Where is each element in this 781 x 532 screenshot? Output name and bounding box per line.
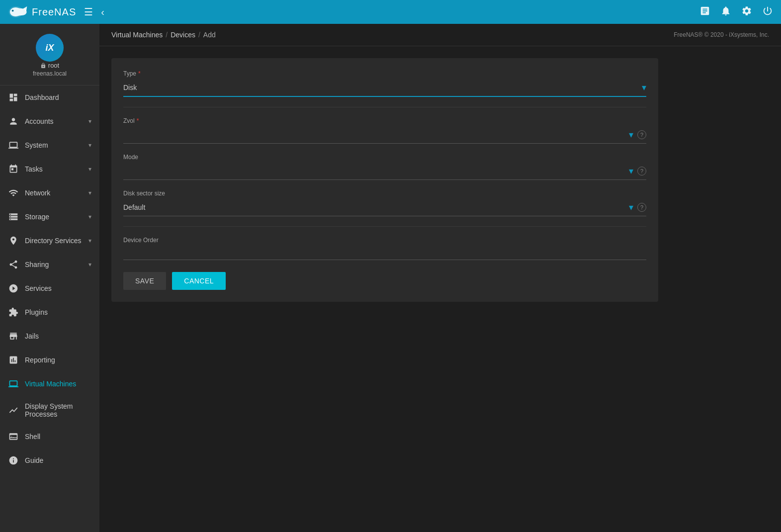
mode-chevron-icon: ▾ (629, 166, 633, 177)
sidebar-item-label: Tasks (25, 165, 43, 173)
services-icon (8, 283, 19, 294)
breadcrumb-virtual-machines[interactable]: Virtual Machines (111, 31, 163, 39)
system-icon (8, 140, 19, 151)
zvol-select[interactable]: ▾ ? (123, 126, 646, 144)
sidebar-item-label: Network (25, 189, 50, 197)
sidebar-item-services[interactable]: Services (0, 276, 99, 300)
back-icon[interactable]: ‹ (101, 6, 104, 18)
type-value: Disk (123, 84, 137, 91)
zvol-label: Zvol * (123, 117, 646, 124)
breadcrumb-devices[interactable]: Devices (171, 31, 195, 39)
sidebar-item-jails[interactable]: Jails (0, 324, 99, 348)
sidebar-item-directory-services[interactable]: Directory Services ▾ (0, 229, 99, 253)
menu-icon[interactable]: ☰ (84, 6, 93, 18)
virtual-machines-icon (8, 378, 19, 389)
network-icon (8, 187, 19, 198)
form-actions: SAVE CANCEL (123, 272, 646, 290)
divider-1 (123, 107, 646, 107)
sidebar-item-display-system-processes[interactable]: Display System Processes (0, 396, 99, 425)
notes-icon[interactable] (699, 5, 710, 19)
zvol-help-icon[interactable]: ? (637, 130, 646, 139)
breadcrumb-add: Add (203, 31, 216, 39)
sidebar-item-label: Guide (25, 456, 43, 464)
disk-sector-size-label: Disk sector size (123, 190, 646, 197)
zvol-chevron-icon: ▾ (629, 129, 633, 140)
sidebar-item-label: Virtual Machines (25, 380, 76, 388)
logo-area: FreeNAS (8, 4, 76, 20)
mode-select[interactable]: ▾ ? (123, 163, 646, 180)
lock-icon (40, 63, 46, 69)
chevron-right-icon: ▾ (88, 142, 91, 149)
sidebar-item-shell[interactable]: Shell (0, 425, 99, 448)
sidebar-item-label: Display System Processes (25, 402, 91, 418)
user-hostname: freenas.local (33, 70, 67, 77)
jails-icon (8, 331, 19, 342)
chevron-right-icon: ▾ (88, 118, 91, 125)
disk-sector-size-select[interactable]: Default ▾ ? (123, 199, 646, 216)
main-layout: iX root freenas.local Dashboard Accounts… (0, 24, 781, 532)
topbar: FreeNAS ☰ ‹ (0, 0, 781, 24)
user-avatar: iX (36, 34, 64, 62)
settings-icon[interactable] (741, 5, 752, 19)
sidebar-item-label: Storage (25, 213, 49, 221)
mode-select-actions: ▾ ? (629, 166, 646, 177)
mode-field-group: Mode ▾ ? (123, 154, 646, 180)
sidebar-item-label: Sharing (25, 261, 49, 268)
sidebar-item-dashboard[interactable]: Dashboard (0, 86, 99, 109)
sidebar-item-label: Directory Services (25, 237, 82, 245)
sidebar-item-storage[interactable]: Storage ▾ (0, 205, 99, 229)
breadcrumb-sep-1: / (166, 31, 168, 39)
chevron-right-icon: ▾ (88, 213, 91, 220)
disk-sector-size-actions: ▾ ? (629, 202, 646, 213)
topbar-left: FreeNAS ☰ ‹ (8, 4, 104, 20)
zvol-select-actions: ▾ ? (629, 129, 646, 140)
type-chevron-icon: ▾ (642, 82, 646, 93)
sidebar-item-virtual-machines[interactable]: Virtual Machines (0, 372, 99, 396)
type-select[interactable]: Disk ▾ (123, 79, 646, 97)
form-panel: Type * Disk ▾ Zvol * (111, 58, 658, 302)
type-field-group: Type * Disk ▾ (123, 70, 646, 97)
storage-icon (8, 211, 19, 222)
disk-sector-size-help-icon[interactable]: ? (637, 203, 646, 212)
save-button[interactable]: SAVE (123, 272, 166, 290)
sidebar-item-label: Jails (25, 332, 39, 340)
bell-icon[interactable] (720, 5, 731, 19)
device-order-input[interactable] (123, 246, 646, 260)
type-label: Type * (123, 70, 646, 77)
sidebar-item-label: Dashboard (25, 93, 59, 101)
device-order-field-group: Device Order (123, 237, 646, 260)
accounts-icon (8, 116, 19, 127)
sidebar-item-label: Accounts (25, 117, 54, 125)
sidebar-item-tasks[interactable]: Tasks ▾ (0, 157, 99, 181)
sidebar-item-system[interactable]: System ▾ (0, 133, 99, 157)
plugins-icon (8, 307, 19, 318)
sidebar-item-accounts[interactable]: Accounts ▾ (0, 109, 99, 133)
sidebar-item-plugins[interactable]: Plugins (0, 300, 99, 324)
divider-2 (123, 226, 646, 227)
shell-icon (8, 431, 19, 442)
sidebar: iX root freenas.local Dashboard Accounts… (0, 24, 99, 532)
sidebar-item-network[interactable]: Network ▾ (0, 181, 99, 205)
sharing-icon (8, 259, 19, 270)
type-required-indicator: * (138, 70, 141, 77)
reporting-icon (8, 355, 19, 365)
topbar-right (699, 5, 773, 19)
user-info: root (40, 62, 59, 69)
system-processes-icon (8, 405, 19, 416)
cancel-button[interactable]: CANCEL (172, 272, 226, 290)
power-icon[interactable] (762, 5, 773, 19)
breadcrumb: Virtual Machines / Devices / Add (111, 31, 216, 39)
chevron-right-icon: ▾ (88, 237, 91, 244)
disk-sector-size-value: Default (123, 203, 145, 211)
tasks-icon (8, 164, 19, 175)
sidebar-item-guide[interactable]: Guide (0, 448, 99, 472)
sidebar-item-label: Plugins (25, 308, 48, 316)
breadcrumb-bar: Virtual Machines / Devices / Add FreeNAS… (99, 24, 781, 46)
device-order-label: Device Order (123, 237, 646, 244)
sidebar-item-label: Services (25, 284, 52, 292)
username: root (48, 62, 59, 69)
freenas-logo-icon (8, 4, 28, 20)
sidebar-item-reporting[interactable]: Reporting (0, 348, 99, 372)
mode-help-icon[interactable]: ? (637, 167, 646, 176)
sidebar-item-sharing[interactable]: Sharing ▾ (0, 253, 99, 276)
